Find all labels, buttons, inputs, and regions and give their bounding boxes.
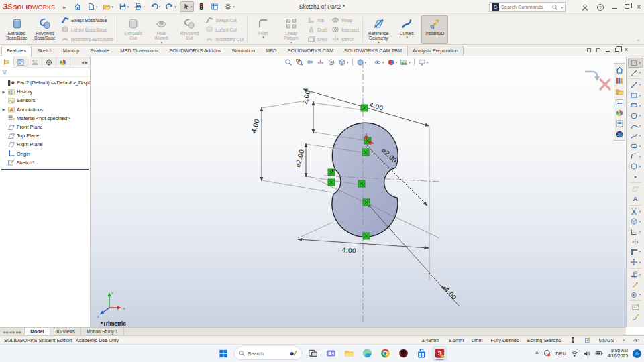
headsup-view-orientation-button[interactable]: ▾: [337, 58, 350, 67]
select-button[interactable]: ▾: [180, 1, 195, 12]
status-eye-icon[interactable]: [633, 337, 640, 344]
tab-features[interactable]: Features: [1, 46, 32, 56]
print-button[interactable]: ▾: [132, 1, 147, 12]
taskbar-app-chat[interactable]: [324, 346, 339, 361]
tree-item-front[interactable]: Front Plane: [0, 123, 90, 131]
expander-icon[interactable]: ▶: [1, 90, 6, 94]
tray-overflow-icon[interactable]: ^: [535, 351, 539, 357]
panel-tab-arrows[interactable]: ◀ ▶: [70, 56, 90, 68]
sketch-relation-badge[interactable]: [328, 179, 335, 186]
tree-item-sensors[interactable]: Sensors: [0, 96, 90, 105]
sketch-tool-convert-entities-button[interactable]: ▾: [628, 217, 643, 227]
screen-record-icon[interactable]: [543, 349, 551, 357]
ribbon-button-rib[interactable]: Rib: [306, 16, 329, 25]
taskbar-app-brave[interactable]: [396, 346, 411, 361]
ribbon-collapse-icon[interactable]: ⌃: [636, 39, 640, 44]
taskpane-threedexperience-button[interactable]: 3D: [615, 129, 624, 139]
sketch-relation-badge[interactable]: [364, 137, 371, 144]
sketch-tool-shaded-contours-button[interactable]: [628, 312, 643, 322]
headsup-hide-show-items-button[interactable]: ▾: [373, 58, 385, 67]
menu-expand-arrow-icon[interactable]: ▶: [63, 5, 66, 9]
tab-mbd[interactable]: MBD: [260, 46, 282, 56]
sketch-tool-move-entities-button[interactable]: ▾: [628, 257, 643, 267]
command-search-input[interactable]: [501, 4, 549, 10]
sketch-tool-linear-sketch-pattern-button[interactable]: ▾: [628, 247, 643, 257]
ribbon-button-draft[interactable]: Draft: [306, 25, 329, 34]
ribbon-button-boundary-cut[interactable]: Boundary Cut: [204, 35, 245, 44]
panel-tab-displaymanager[interactable]: [56, 56, 70, 68]
doc-tab-3d-views[interactable]: 3D Views: [50, 328, 81, 335]
home-button[interactable]: [72, 1, 84, 12]
notification-badge[interactable]: 6: [633, 349, 641, 358]
save-button[interactable]: ▾: [117, 1, 131, 12]
volume-icon[interactable]: [583, 350, 590, 357]
sketch-tool-offset-entities-button[interactable]: ▾: [628, 227, 643, 237]
sketch-tool-repair-sketch-button[interactable]: [628, 280, 643, 290]
dimension-text[interactable]: 4.00: [341, 246, 356, 254]
sketch-tool-ellipse-button[interactable]: ▾: [628, 141, 643, 152]
dimension-text[interactable]: 4.00: [368, 101, 384, 111]
doc-restore-button[interactable]: [615, 47, 619, 53]
start-button[interactable]: [216, 346, 231, 361]
taskbar-app-explorer-app[interactable]: [342, 346, 357, 361]
doc-tab-model[interactable]: Model: [24, 328, 50, 335]
taskbar-search[interactable]: Search: [234, 347, 303, 360]
tab-analysis-preparation[interactable]: Analysis Preparation: [407, 46, 464, 56]
sketch-tool-quick-snaps-button[interactable]: ▾: [628, 290, 643, 300]
taskpane-custom-properties-button[interactable]: [615, 118, 624, 129]
sketch-tool-arc-button[interactable]: ▾: [628, 121, 643, 131]
ribbon-button-intersect[interactable]: Intersect: [330, 25, 360, 34]
ribbon-button-curves[interactable]: Curves▾: [393, 15, 420, 44]
tree-item-material[interactable]: Material <not specified>: [0, 114, 90, 123]
panel-tab-configurationmanager[interactable]: [28, 56, 42, 68]
tab-simulation[interactable]: Simulation: [227, 46, 261, 56]
taskpane-design-library-button[interactable]: [615, 75, 624, 86]
dimension-text[interactable]: 4.00: [250, 118, 261, 133]
tab-solidworks-add-ins[interactable]: SOLIDWORKS Add-Ins: [164, 46, 226, 56]
ribbon-button-mirror[interactable]: Mirror: [330, 35, 360, 44]
ribbon-button-fillet[interactable]: Fillet▾: [250, 15, 276, 44]
tree-item-top[interactable]: Top Plane: [0, 131, 90, 140]
panel-tab-propertymanager[interactable]: [14, 56, 28, 68]
taskpane-file-explorer-button[interactable]: [615, 86, 624, 97]
doc-tab-nav-arrows[interactable]: ◀◀ ◀ ▶ ▶▶: [0, 328, 24, 335]
options-button[interactable]: ▾: [222, 1, 237, 12]
sketch-tool-display-relations-button[interactable]: ▾: [628, 269, 643, 280]
taskpane-appearances-scenes-button[interactable]: [615, 107, 624, 118]
taskbar-app-solidworks-app[interactable]: S: [433, 346, 447, 361]
tree-item-origin[interactable]: Origin: [0, 149, 90, 158]
tree-item-annotations[interactable]: ▶AAnnotations: [0, 105, 90, 114]
sketch-tool-corner-rectangle-button[interactable]: ▾: [628, 90, 643, 101]
panel-tab-featuremanager[interactable]: [0, 56, 14, 68]
ribbon-button-lofted-boss-base[interactable]: Lofted Boss/Base: [60, 25, 115, 34]
account-icon[interactable]: [581, 3, 589, 11]
expander-icon[interactable]: ▶: [1, 107, 6, 111]
sketch-relation-badge[interactable]: [361, 105, 368, 111]
status-units[interactable]: MMGS: [599, 337, 614, 343]
dimension-text[interactable]: ⌀2.00: [294, 149, 306, 168]
doc-close-button[interactable]: ×: [625, 47, 628, 53]
graphics-area[interactable]: 2.00 4.00 ⌀2.00 4.00 ⌀2.00 4.00 ⌀4.00: [91, 56, 626, 327]
taskbar-app-store[interactable]: [415, 346, 429, 361]
redo-button[interactable]: ▾: [164, 1, 178, 12]
units-dropdown-icon[interactable]: ▾: [623, 338, 625, 342]
sketch-tool-trim-entities-button[interactable]: ▾: [628, 206, 643, 217]
tab-mbd-dimensions[interactable]: MBD Dimensions: [115, 46, 164, 56]
dimension-text[interactable]: ⌀4.00: [440, 283, 458, 301]
doc-window-icon-2[interactable]: [596, 48, 600, 52]
maximize-button[interactable]: [625, 4, 629, 10]
taskpane-view-palette-button[interactable]: [615, 97, 624, 107]
sketch-tool-circle-button[interactable]: ▾: [628, 111, 643, 121]
clock[interactable]: 8:05 AM 4/16/2025: [608, 348, 628, 359]
sketch-tool-spline-button[interactable]: ▾: [628, 131, 643, 141]
headsup-display-style-button[interactable]: ▾: [356, 58, 368, 67]
sketch-relation-badge[interactable]: [362, 149, 369, 156]
ribbon-button-instant3d[interactable]: Instant3D: [421, 15, 448, 44]
search-icon[interactable]: [551, 4, 558, 11]
doc-window-icon[interactable]: [587, 48, 591, 52]
sketch-relation-badge[interactable]: [363, 233, 370, 239]
sketch-tool-text-tool-button[interactable]: A: [628, 194, 643, 204]
headsup-edit-appearance-button[interactable]: ▾: [386, 58, 398, 67]
doc-minimize-button[interactable]: [606, 47, 610, 53]
headsup-previous-view-button[interactable]: [305, 58, 315, 67]
